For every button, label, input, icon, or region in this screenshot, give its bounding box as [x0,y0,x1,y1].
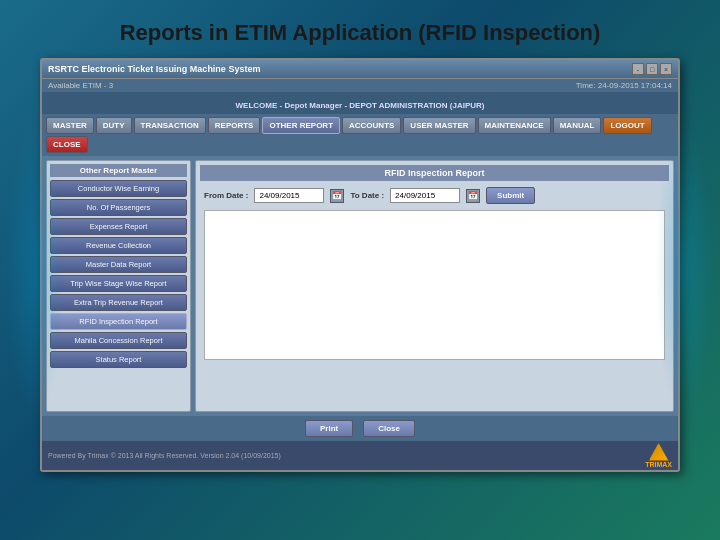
decorative-swirl-right [655,120,715,420]
nav-user-master[interactable]: USER MASTER [403,117,475,134]
welcome-bar: WELCOME - Depot Manager - DEPOT ADMINIST… [42,92,678,114]
maximize-button[interactable]: □ [646,63,658,75]
nav-logout[interactable]: LOGOUT [603,117,651,134]
minimize-button[interactable]: - [632,63,644,75]
left-panel: Other Report Master Conductor Wise Earni… [46,160,191,412]
nav-bar: MASTER DUTY TRANSACTION REPORTS OTHER RE… [42,114,678,156]
right-panel-title: RFID Inspection Report [200,165,669,181]
trimax-icon [649,443,669,461]
print-button[interactable]: Print [305,420,353,437]
window-controls: - □ × [632,63,672,75]
nav-transaction[interactable]: TRANSACTION [134,117,206,134]
nav-other-report[interactable]: OTHER REPORT [262,117,340,134]
from-date-calendar-icon[interactable]: 📅 [330,189,344,203]
nav-manual[interactable]: MANUAL [553,117,602,134]
close-report-button[interactable]: Close [363,420,415,437]
content-area: Other Report Master Conductor Wise Earni… [42,156,678,416]
menu-item-passengers[interactable]: No. Of Passengers [50,199,187,216]
menu-item-status[interactable]: Status Report [50,351,187,368]
nav-maintenance[interactable]: MAINTENANCE [478,117,551,134]
page-title: Reports in ETIM Application (RFID Inspec… [120,20,601,46]
menu-item-conductor[interactable]: Conductor Wise Earning [50,180,187,197]
left-panel-title: Other Report Master [50,164,187,177]
menu-item-mahila[interactable]: Mahila Concession Report [50,332,187,349]
menu-item-master-data[interactable]: Master Data Report [50,256,187,273]
footer-bar: Powered By Trimax © 2013 All Rights Rese… [42,441,678,470]
trimax-brand: TRIMAX [645,461,672,468]
welcome-text: WELCOME - Depot Manager - DEPOT ADMINIST… [236,101,485,110]
right-panel: RFID Inspection Report From Date : 📅 To … [195,160,674,412]
system-time: Time: 24-09-2015 17:04:14 [576,81,672,90]
menu-item-extra-trip[interactable]: Extra Trip Revenue Report [50,294,187,311]
app-window: RSRTC Electronic Ticket Issuing Machine … [40,58,680,472]
bottom-bar: Print Close [42,416,678,441]
decorative-swirl-left [5,120,65,420]
trimax-logo: TRIMAX [645,443,672,468]
menu-item-expenses[interactable]: Expenses Report [50,218,187,235]
window-titlebar: RSRTC Electronic Ticket Issuing Machine … [42,60,678,79]
from-date-label: From Date : [204,191,248,200]
footer-text: Powered By Trimax © 2013 All Rights Rese… [48,452,281,459]
from-date-input[interactable] [254,188,324,203]
nav-duty[interactable]: DUTY [96,117,132,134]
menu-item-rfid[interactable]: RFID Inspection Report [50,313,187,330]
nav-accounts[interactable]: ACCOUNTS [342,117,401,134]
menu-item-trip-wise[interactable]: Trip Wise Stage Wise Report [50,275,187,292]
close-button[interactable]: × [660,63,672,75]
filter-row: From Date : 📅 To Date : 📅 Submit [200,187,669,204]
to-date-label: To Date : [350,191,384,200]
menu-item-revenue[interactable]: Revenue Collection [50,237,187,254]
nav-reports[interactable]: REPORTS [208,117,261,134]
window-title-text: RSRTC Electronic Ticket Issuing Machine … [48,64,260,74]
system-bar: Available ETIM - 3 Time: 24-09-2015 17:0… [42,79,678,92]
submit-button[interactable]: Submit [486,187,535,204]
to-date-calendar-icon[interactable]: 📅 [466,189,480,203]
to-date-input[interactable] [390,188,460,203]
etim-count: Available ETIM - 3 [48,81,113,90]
nav-master[interactable]: MASTER [46,117,94,134]
data-area [204,210,665,360]
